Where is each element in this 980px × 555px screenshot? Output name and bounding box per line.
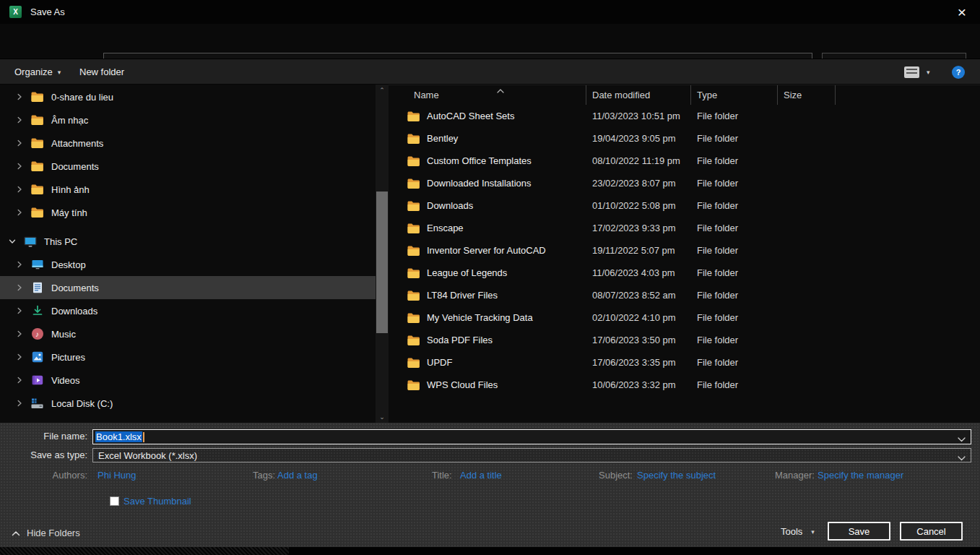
file-name-text: Enscape (427, 223, 464, 233)
chevron-right-icon[interactable] (14, 353, 25, 361)
table-row[interactable]: League of Legends11/06/2023 4:03 pmFile … (389, 262, 980, 284)
chevron-right-icon[interactable] (14, 208, 25, 217)
table-row[interactable]: Downloads01/10/2022 5:08 pmFile folder (389, 194, 980, 217)
title-bar: Save As (0, 0, 980, 24)
sidebar-item-downloads[interactable]: Downloads (0, 299, 376, 322)
view-dropdown-icon (927, 69, 930, 76)
help-button[interactable] (952, 59, 965, 85)
column-header-size[interactable]: Size (778, 85, 836, 105)
save-thumbnail-label[interactable]: Save Thumbnail (123, 496, 191, 507)
folder-icon (407, 223, 420, 233)
file-name-cell: Downloaded Installations (389, 178, 586, 189)
chevron-right-icon[interactable] (14, 139, 25, 147)
chevron-right-icon[interactable] (14, 116, 25, 124)
hide-folders-button[interactable]: Hide Folders (12, 528, 80, 538)
chevron-right-icon[interactable] (14, 185, 25, 194)
column-header-type[interactable]: Type (691, 85, 778, 105)
folder-icon (30, 138, 44, 148)
sidebar-item-documents[interactable]: Documents (0, 155, 376, 178)
scrollbar-down-icon[interactable]: ⌄ (376, 411, 389, 423)
sidebar-item-pictures[interactable]: Pictures (0, 345, 376, 369)
cancel-button[interactable]: Cancel (900, 522, 963, 541)
sidebar-item-label: Pictures (51, 352, 85, 363)
tools-button[interactable]: Tools (781, 526, 815, 537)
file-name-input[interactable]: Book1.xlsx (92, 429, 971, 444)
chevron-right-icon[interactable] (14, 376, 25, 384)
table-row[interactable]: Soda PDF Files17/06/2023 3:50 pmFile fol… (389, 329, 980, 351)
table-row[interactable]: WPS Cloud Files10/06/2023 3:32 pmFile fo… (389, 374, 980, 396)
sidebar-item-attachments[interactable]: Attachments (0, 132, 376, 155)
view-mode-dropdown[interactable] (927, 59, 930, 85)
chevron-right-icon[interactable] (14, 306, 25, 315)
table-row[interactable]: Inventor Server for AutoCAD19/11/2022 5:… (389, 239, 980, 262)
table-row[interactable]: UPDF17/06/2023 3:35 pmFile folder (389, 351, 980, 374)
save-thumbnail-checkbox[interactable] (110, 496, 119, 506)
file-name-text: WPS Cloud Files (427, 379, 498, 390)
table-row[interactable]: Downloaded Installations23/02/2023 8:07 … (389, 172, 980, 194)
sidebar-item-label: Documents (51, 283, 99, 293)
scrollbar-thumb[interactable] (376, 192, 388, 333)
close-icon[interactable] (944, 0, 980, 24)
window-title: Save As (30, 7, 65, 17)
sidebar-item-label: Documents (51, 161, 99, 172)
column-header-date-modified[interactable]: Date modified (586, 85, 691, 105)
type-cell: File folder (691, 379, 778, 390)
title-add-link[interactable]: Add a title (460, 470, 502, 481)
pictures-icon (30, 351, 44, 363)
desktop-icon (30, 259, 44, 270)
date-modified-cell: 10/06/2023 3:32 pm (586, 379, 691, 390)
pc-icon (23, 236, 37, 247)
view-mode-button[interactable] (904, 59, 919, 85)
file-name-dropdown-icon[interactable] (958, 434, 966, 444)
subject-add-link[interactable]: Specify the subject (637, 470, 716, 481)
chevron-right-icon[interactable] (14, 162, 25, 171)
date-modified-cell: 23/02/2023 8:07 pm (586, 178, 691, 189)
sidebar-item-m-y-t-nh[interactable]: Máy tính (0, 201, 376, 224)
sidebar-item-label: Máy tính (51, 207, 87, 218)
chevron-down-icon[interactable] (7, 237, 17, 246)
disk-icon (30, 398, 44, 409)
chevron-right-icon[interactable] (14, 260, 25, 269)
sidebar-item-desktop[interactable]: Desktop (0, 253, 376, 276)
authors-value[interactable]: Phi Hung (97, 470, 136, 481)
sidebar-item-0-share-du-lieu[interactable]: 0-share du lieu (0, 85, 376, 108)
table-row[interactable]: AutoCAD Sheet Sets11/03/2023 10:51 pmFil… (389, 105, 980, 127)
table-row[interactable]: Custom Office Templates08/10/2022 11:19 … (389, 150, 980, 172)
folder-icon (407, 268, 420, 278)
file-name-text: My Vehicle Tracking Data (427, 312, 533, 323)
sidebar-item-videos[interactable]: Videos (0, 369, 376, 392)
chevron-right-icon[interactable] (14, 283, 25, 292)
organize-button[interactable]: Organize (14, 59, 61, 85)
chevron-right-icon[interactable] (14, 399, 25, 408)
manager-label: Manager: (775, 470, 815, 481)
save-as-type-select[interactable]: Excel Workbook (*.xlsx) (92, 448, 971, 462)
file-name-cell: WPS Cloud Files (389, 379, 586, 390)
sidebar-item--m-nh-c[interactable]: Âm nhạc (0, 108, 376, 132)
save-button[interactable]: Save (828, 522, 890, 541)
type-cell: File folder (691, 111, 778, 121)
sidebar-item-label: Desktop (51, 259, 86, 270)
sidebar-item-local-disk-c-[interactable]: Local Disk (C:) (0, 392, 376, 415)
scrollbar-up-icon[interactable]: ⌃ (376, 85, 389, 96)
table-row[interactable]: Bentley19/04/2023 9:05 pmFile folder (389, 127, 980, 150)
file-name-text: Downloaded Installations (427, 178, 532, 189)
chevron-right-icon[interactable] (14, 92, 25, 101)
folder-icon (407, 201, 420, 211)
sidebar-item-this-pc[interactable]: This PC (0, 230, 376, 253)
new-folder-button[interactable]: New folder (79, 59, 124, 85)
sidebar-item-label: Âm nhạc (51, 115, 88, 126)
tags-add-link[interactable]: Add a tag (277, 470, 318, 481)
manager-add-link[interactable]: Specify the manager (818, 470, 903, 481)
sidebar-item-documents[interactable]: Documents (0, 276, 376, 299)
sidebar-item-h-nh-nh[interactable]: Hình ảnh (0, 178, 376, 201)
table-row[interactable]: LT84 Driver Files08/07/2023 8:52 amFile … (389, 284, 980, 306)
file-list-header: Name Date modified Type Size (389, 85, 980, 105)
table-row[interactable]: My Vehicle Tracking Data02/10/2022 4:10 … (389, 306, 980, 329)
column-header-name[interactable]: Name (389, 85, 586, 105)
text-cursor (143, 432, 144, 442)
chevron-right-icon[interactable] (14, 330, 25, 338)
tree-scrollbar[interactable]: ⌃ ⌄ (376, 85, 389, 423)
column-date-label: Date modified (592, 90, 650, 100)
table-row[interactable]: Enscape17/02/2023 9:33 pmFile folder (389, 217, 980, 239)
sidebar-item-music[interactable]: Music (0, 322, 376, 345)
